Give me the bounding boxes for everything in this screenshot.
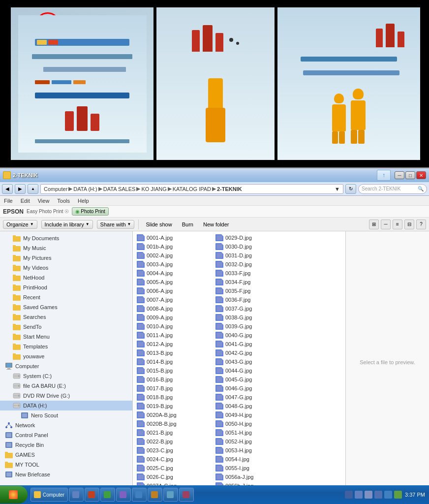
file-item[interactable]: 0022-B.jpg [135, 437, 214, 446]
file-item[interactable]: 0052-H.jpg [214, 437, 292, 446]
file-item[interactable]: 0055-I.jpg [214, 464, 292, 472]
file-item[interactable]: 0047-G.jpg [214, 393, 292, 402]
file-item[interactable]: 0030-D.jpg [214, 242, 292, 251]
taskbar-app-6[interactable] [148, 488, 162, 502]
sidebar-item-sendto[interactable]: SendTo [0, 322, 132, 332]
file-item[interactable]: 0020A-B.jpg [135, 410, 214, 419]
sidebar-item-recycle-bin[interactable]: Recycle Bin [0, 440, 132, 450]
address-path[interactable]: Computer ▶ DATA (H:) ▶ DATA SALES ▶ KO J… [40, 184, 343, 194]
file-item[interactable]: 0018-B.jpg [135, 393, 214, 402]
file-item[interactable]: 0039-G.jpg [214, 322, 292, 331]
file-item[interactable]: 0005-A.jpg [135, 278, 214, 286]
sidebar-item-games[interactable]: GAMES [0, 450, 132, 460]
taskbar-app-2[interactable] [85, 488, 99, 502]
file-item[interactable]: 0011-A.jpg [135, 331, 214, 340]
view-list[interactable]: ≡ [393, 220, 402, 229]
file-item[interactable]: 0001-A.jpg [135, 233, 214, 242]
sidebar-item-my-documents[interactable]: My Documents [0, 233, 132, 243]
sidebar-item-searches[interactable]: Searches [0, 312, 132, 322]
close-button[interactable]: ✕ [416, 171, 426, 179]
back-button[interactable]: ◀ [2, 184, 13, 194]
file-item[interactable]: 0010-A.jpg [135, 322, 214, 331]
file-item[interactable]: 001b-A.jpg [135, 242, 214, 251]
sidebar-item-my-tool[interactable]: MY TOOL [0, 460, 132, 470]
taskbar-app-0[interactable]: Computer [31, 488, 68, 502]
search-icon[interactable]: 🔍 [418, 186, 424, 191]
sidebar-item-network[interactable]: Network [0, 420, 132, 430]
file-item[interactable]: 0008-A.jpg [135, 304, 214, 313]
upload-indicator[interactable]: ↑ [377, 170, 391, 181]
menu-help[interactable]: Help [77, 198, 90, 204]
file-item[interactable]: 0041-G.jpg [214, 340, 292, 348]
sidebar-item-printhood[interactable]: PrintHood [0, 283, 132, 292]
sidebar-item-dvd-rw-drive--g--[interactable]: DVD RW Drive (G:) [0, 391, 132, 401]
file-item[interactable]: 0012-A.jpg [135, 340, 214, 348]
file-item[interactable]: 0004-A.jpg [135, 269, 214, 278]
file-item[interactable]: 0049-H.jpg [214, 410, 292, 419]
file-item[interactable]: 0036-F.jpg [214, 295, 292, 304]
file-item[interactable]: 0026-C.jpg [135, 472, 214, 481]
file-item[interactable]: 0038-G.jpg [214, 313, 292, 322]
taskbar-app-4[interactable] [116, 488, 131, 502]
menu-view[interactable]: View [37, 198, 51, 204]
new-folder-button[interactable]: New folder [200, 220, 232, 228]
maximize-button[interactable]: □ [405, 171, 415, 179]
taskbar-icon-3[interactable] [365, 491, 372, 499]
sidebar-item-data--h--[interactable]: DATA (H:) [0, 401, 132, 410]
sidebar-item-nethood[interactable]: NetHood [0, 273, 132, 283]
slide-show-button[interactable]: Slide show [143, 220, 175, 228]
burn-button[interactable]: Burn [179, 220, 196, 228]
sidebar-item-recent[interactable]: Recent [0, 292, 132, 302]
search-box[interactable]: Search 2-TEKNIK 🔍 [358, 184, 427, 194]
taskbar-app-5[interactable] [132, 488, 147, 502]
sidebar-item-file-ga-baru--e--[interactable]: file GA BARU (E:) [0, 381, 132, 391]
sidebar-item-templates[interactable]: Templates [0, 342, 132, 351]
sidebar-item-computer[interactable]: Computer [0, 361, 132, 371]
file-item[interactable]: 0035-F.jpg [214, 286, 292, 295]
photo-print-button[interactable]: ◉ Photo Print [72, 207, 108, 216]
file-item[interactable]: 0042-G.jpg [214, 348, 292, 357]
menu-file[interactable]: File [3, 198, 14, 204]
sidebar-item-nero-scout[interactable]: Nero Scout [0, 410, 132, 420]
file-item[interactable]: 0051-H.jpg [214, 428, 292, 437]
file-item[interactable]: 0019-B.jpg [135, 402, 214, 410]
sidebar-item-start-menu[interactable]: Start Menu [0, 332, 132, 342]
file-item[interactable]: 0040-G.jpg [214, 331, 292, 340]
taskbar-icon-1[interactable] [345, 491, 353, 499]
menu-tools[interactable]: Tools [56, 198, 71, 204]
minimize-button[interactable]: ─ [395, 171, 404, 179]
share-with-button[interactable]: Share with ▼ [97, 220, 135, 229]
sidebar-item-new-briefcase[interactable]: New Briefcase [0, 470, 132, 479]
file-item[interactable]: 0013-B.jpg [135, 348, 214, 357]
file-item[interactable]: 0029-D.jpg [214, 233, 292, 242]
forward-button[interactable]: ▶ [15, 184, 26, 194]
sidebar-item-youwave[interactable]: youwave [0, 351, 132, 361]
file-item[interactable]: 0056a-J.jpg [214, 472, 292, 481]
taskbar-icon-4[interactable] [374, 491, 382, 499]
file-item[interactable]: 0016-B.jpg [135, 375, 214, 384]
file-item[interactable]: 0021-B.jpg [135, 428, 214, 437]
file-item[interactable]: 0002-A.jpg [135, 251, 214, 260]
file-item[interactable]: 0046-G.jpg [214, 384, 292, 393]
taskbar-app-7[interactable] [163, 488, 178, 502]
sidebar-item-control-panel[interactable]: Control Panel [0, 430, 132, 440]
file-item[interactable]: 0043-G.jpg [214, 357, 292, 366]
organize-button[interactable]: Organize ▼ [3, 220, 37, 229]
view-details[interactable]: ⊟ [404, 220, 414, 229]
sidebar-item-system--c--[interactable]: System (C:) [0, 371, 132, 381]
taskbar-icon-5[interactable] [384, 491, 392, 499]
file-item[interactable]: 0048-G.jpg [214, 402, 292, 410]
file-item[interactable]: 0006-A.jpg [135, 286, 214, 295]
sidebar-item-my-music[interactable]: My Music [0, 243, 132, 253]
file-item[interactable]: 0020B-B.jpg [135, 419, 214, 428]
file-item[interactable]: 0033-F.jpg [214, 269, 292, 278]
file-item[interactable]: 0024-C.jpg [135, 455, 214, 464]
file-item[interactable]: 0025-C.jpg [135, 464, 214, 472]
sidebar-item-my-pictures[interactable]: My Pictures [0, 253, 132, 263]
file-item[interactable]: 0034-F.jpg [214, 278, 292, 286]
menu-edit[interactable]: Edit [20, 198, 31, 204]
taskbar-icon-2[interactable] [355, 491, 363, 499]
file-item[interactable]: 0007-A.jpg [135, 295, 214, 304]
file-item[interactable]: 0015-B.jpg [135, 366, 214, 375]
file-item[interactable]: 0017-B.jpg [135, 384, 214, 393]
